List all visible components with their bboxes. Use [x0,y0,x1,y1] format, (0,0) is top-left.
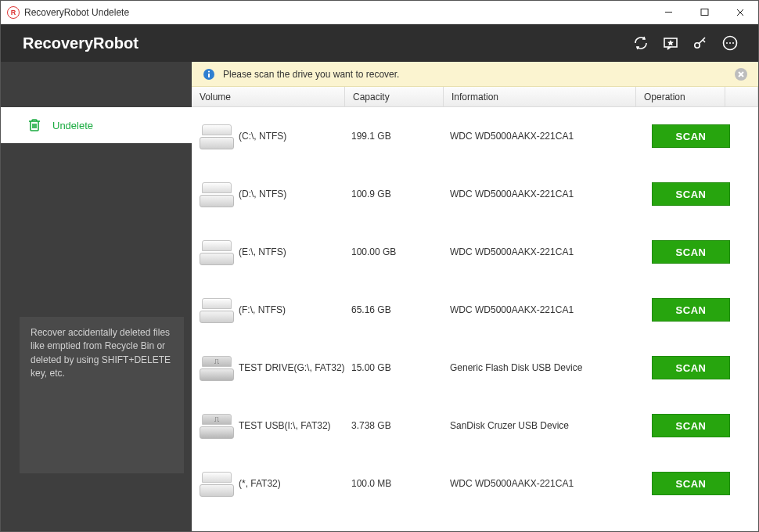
drive-info: WDC WD5000AAKX-221CA1 [450,189,652,200]
svg-marker-5 [667,40,674,45]
minimize-button[interactable] [650,1,686,24]
drive-info: WDC WD5000AAKX-221CA1 [450,131,652,142]
info-message: Please scan the drive you want to recove… [223,69,399,80]
maximize-icon [700,8,709,16]
column-capacity[interactable]: Capacity [345,87,444,106]
svg-point-10 [726,42,728,44]
drive-row[interactable]: ⎍TEST USB(I:\, FAT32)3.738 GBSanDisk Cru… [192,397,758,455]
column-operation[interactable]: Operation [636,87,725,106]
more-icon [722,35,738,51]
drive-capacity: 100.00 GB [351,246,450,257]
app-body: Undelete Recover accidentally deleted fi… [1,62,758,531]
feedback-button[interactable] [660,32,682,54]
scan-button[interactable]: SCAN [652,124,730,148]
brand-title: RecoveryRobot [23,34,138,52]
refresh-icon [633,35,649,51]
drive-volume: (E:\, NTFS) [239,246,351,257]
drive-row[interactable]: (C:\, NTFS)199.1 GBWDC WD5000AAKX-221CA1… [192,107,758,165]
help-text: Recover accidentally deleted files like … [20,317,184,473]
svg-rect-1 [701,9,708,16]
svg-point-6 [695,43,700,48]
window-title: RecoveryRobot Undelete [24,7,129,18]
drive-capacity: 100.9 GB [351,189,450,200]
drive-capacity: 15.00 GB [351,362,450,373]
drive-capacity: 65.16 GB [351,304,450,315]
sidebar-item-label: Undelete [52,120,93,131]
drive-volume: TEST DRIVE(G:\, FAT32) [239,362,351,373]
drive-row[interactable]: (D:\, NTFS)100.9 GBWDC WD5000AAKX-221CA1… [192,165,758,223]
table-header: Volume Capacity Information Operation [192,87,758,107]
key-icon [692,35,708,51]
svg-point-18 [208,70,210,72]
info-bar: Please scan the drive you want to recove… [192,62,758,87]
column-information[interactable]: Information [444,87,636,106]
column-volume[interactable]: Volume [192,87,345,106]
usb-drive-icon: ⎍ [200,354,234,381]
scan-button[interactable]: SCAN [652,298,730,322]
svg-rect-17 [208,74,210,77]
svg-point-11 [729,42,731,44]
hdd-drive-icon [200,123,234,149]
scan-button[interactable]: SCAN [652,356,730,379]
svg-point-12 [732,42,734,44]
close-small-icon [738,71,744,77]
key-button[interactable] [689,32,711,54]
trash-icon [27,118,41,132]
titlebar: R RecoveryRobot Undelete [1,1,758,24]
svg-line-8 [703,40,705,42]
app-icon: R [7,6,20,19]
app-header: RecoveryRobot [1,24,758,62]
sidebar: Undelete Recover accidentally deleted fi… [1,62,192,531]
drive-volume: (F:\, NTFS) [239,304,351,315]
infobar-close-button[interactable] [735,68,747,81]
drive-capacity: 199.1 GB [351,131,450,142]
info-icon [203,68,215,81]
scan-button[interactable]: SCAN [652,414,730,437]
usb-drive-icon: ⎍ [200,412,234,439]
main-panel: Please scan the drive you want to recove… [192,62,758,531]
drive-row[interactable]: (*, FAT32)100.0 MBWDC WD5000AAKX-221CA1S… [192,455,758,512]
hdd-drive-icon [200,470,234,497]
sidebar-item-undelete[interactable]: Undelete [1,107,192,143]
drive-info: WDC WD5000AAKX-221CA1 [450,246,652,257]
drive-volume: (D:\, NTFS) [239,189,351,200]
drive-volume: (*, FAT32) [239,478,351,489]
drive-info: Generic Flash Disk USB Device [450,362,652,373]
drive-info: WDC WD5000AAKX-221CA1 [450,478,652,489]
scan-button[interactable]: SCAN [652,472,730,495]
more-button[interactable] [719,32,741,54]
hdd-drive-icon [200,239,234,265]
drive-volume: (C:\, NTFS) [239,131,351,142]
hdd-drive-icon [200,181,234,207]
drive-capacity: 3.738 GB [351,420,450,431]
drive-list: (C:\, NTFS)199.1 GBWDC WD5000AAKX-221CA1… [192,107,758,531]
drive-row[interactable]: (F:\, NTFS)65.16 GBWDC WD5000AAKX-221CA1… [192,281,758,339]
drive-info: SanDisk Cruzer USB Device [450,420,652,431]
refresh-button[interactable] [630,32,652,54]
close-icon [736,8,745,17]
close-button[interactable] [722,1,758,24]
feedback-icon [663,35,678,51]
hdd-drive-icon [200,297,234,323]
column-end [725,87,758,106]
scan-button[interactable]: SCAN [652,182,730,206]
drive-row[interactable]: (E:\, NTFS)100.00 GBWDC WD5000AAKX-221CA… [192,223,758,281]
maximize-button[interactable] [686,1,722,24]
minimize-icon [664,8,673,16]
drive-capacity: 100.0 MB [351,478,450,489]
drive-info: WDC WD5000AAKX-221CA1 [450,304,652,315]
scan-button[interactable]: SCAN [652,240,730,264]
drive-row[interactable]: ⎍TEST DRIVE(G:\, FAT32)15.00 GBGeneric F… [192,339,758,397]
app-window: R RecoveryRobot Undelete RecoveryRobot [0,0,759,532]
drive-volume: TEST USB(I:\, FAT32) [239,420,351,431]
